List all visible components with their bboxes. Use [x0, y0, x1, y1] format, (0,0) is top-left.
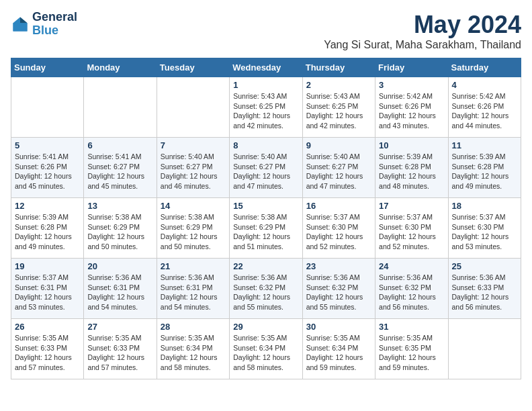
day-info: Sunrise: 5:43 AM Sunset: 6:25 PM Dayligh… [233, 91, 298, 131]
day-number: 19 [15, 261, 80, 271]
column-header-thursday: Thursday [302, 58, 375, 77]
calendar-cell: 31Sunrise: 5:35 AM Sunset: 6:35 PM Dayli… [375, 319, 448, 379]
day-info: Sunrise: 5:36 AM Sunset: 6:31 PM Dayligh… [161, 273, 226, 312]
calendar-cell: 26Sunrise: 5:35 AM Sunset: 6:33 PM Dayli… [11, 319, 84, 379]
calendar-cell: 28Sunrise: 5:35 AM Sunset: 6:34 PM Dayli… [157, 319, 229, 379]
title-block: May 2024 Yang Si Surat, Maha Sarakham, T… [324, 11, 521, 51]
day-number: 28 [161, 322, 226, 332]
day-info: Sunrise: 5:37 AM Sunset: 6:30 PM Dayligh… [452, 212, 517, 252]
day-number: 16 [306, 201, 371, 211]
day-info: Sunrise: 5:38 AM Sunset: 6:29 PM Dayligh… [87, 212, 152, 252]
day-number: 6 [87, 140, 152, 150]
calendar-cell [84, 77, 157, 138]
day-info: Sunrise: 5:35 AM Sunset: 6:33 PM Dayligh… [87, 333, 152, 373]
calendar-week-row: 12Sunrise: 5:39 AM Sunset: 6:28 PM Dayli… [11, 198, 521, 259]
page-header: General Blue May 2024 Yang Si Surat, Mah… [11, 11, 521, 51]
day-info: Sunrise: 5:37 AM Sunset: 6:30 PM Dayligh… [306, 212, 371, 252]
day-number: 23 [306, 261, 371, 271]
day-info: Sunrise: 5:40 AM Sunset: 6:27 PM Dayligh… [306, 152, 371, 191]
day-info: Sunrise: 5:35 AM Sunset: 6:34 PM Dayligh… [306, 333, 371, 373]
calendar-week-row: 19Sunrise: 5:37 AM Sunset: 6:31 PM Dayli… [11, 259, 521, 319]
calendar-header-row: SundayMondayTuesdayWednesdayThursdayFrid… [11, 58, 521, 77]
calendar-cell: 23Sunrise: 5:36 AM Sunset: 6:32 PM Dayli… [302, 259, 375, 319]
day-number: 13 [87, 201, 152, 211]
calendar-cell: 2Sunrise: 5:43 AM Sunset: 6:25 PM Daylig… [302, 77, 375, 138]
day-info: Sunrise: 5:35 AM Sunset: 6:34 PM Dayligh… [161, 333, 226, 373]
calendar-cell [448, 319, 521, 379]
day-number: 29 [233, 322, 298, 332]
calendar-cell: 22Sunrise: 5:36 AM Sunset: 6:32 PM Dayli… [230, 259, 302, 319]
calendar-cell: 16Sunrise: 5:37 AM Sunset: 6:30 PM Dayli… [302, 198, 375, 259]
day-number: 8 [233, 140, 298, 150]
calendar-cell: 24Sunrise: 5:36 AM Sunset: 6:32 PM Dayli… [375, 259, 448, 319]
day-info: Sunrise: 5:41 AM Sunset: 6:27 PM Dayligh… [87, 152, 152, 191]
day-number: 24 [379, 261, 444, 271]
day-number: 15 [233, 201, 298, 211]
day-info: Sunrise: 5:42 AM Sunset: 6:26 PM Dayligh… [452, 91, 517, 131]
day-number: 12 [15, 201, 80, 211]
column-header-sunday: Sunday [11, 58, 84, 77]
logo: General Blue [11, 11, 77, 38]
calendar-week-row: 26Sunrise: 5:35 AM Sunset: 6:33 PM Dayli… [11, 319, 521, 379]
day-info: Sunrise: 5:36 AM Sunset: 6:33 PM Dayligh… [452, 273, 517, 312]
calendar-cell: 27Sunrise: 5:35 AM Sunset: 6:33 PM Dayli… [84, 319, 157, 379]
calendar-cell: 29Sunrise: 5:35 AM Sunset: 6:34 PM Dayli… [230, 319, 302, 379]
day-number: 3 [379, 80, 444, 90]
day-info: Sunrise: 5:36 AM Sunset: 6:32 PM Dayligh… [306, 273, 371, 312]
day-info: Sunrise: 5:35 AM Sunset: 6:33 PM Dayligh… [15, 333, 80, 373]
day-info: Sunrise: 5:36 AM Sunset: 6:32 PM Dayligh… [379, 273, 444, 312]
day-info: Sunrise: 5:37 AM Sunset: 6:31 PM Dayligh… [15, 273, 80, 312]
day-number: 25 [452, 261, 517, 271]
svg-rect-2 [13, 23, 28, 31]
day-number: 4 [452, 80, 517, 90]
day-number: 9 [306, 140, 371, 150]
day-number: 11 [452, 140, 517, 150]
day-number: 27 [87, 322, 152, 332]
calendar-cell: 20Sunrise: 5:36 AM Sunset: 6:31 PM Dayli… [84, 259, 157, 319]
day-number: 7 [161, 140, 226, 150]
calendar-cell: 17Sunrise: 5:37 AM Sunset: 6:30 PM Dayli… [375, 198, 448, 259]
calendar-cell: 12Sunrise: 5:39 AM Sunset: 6:28 PM Dayli… [11, 198, 84, 259]
day-info: Sunrise: 5:39 AM Sunset: 6:28 PM Dayligh… [15, 212, 80, 252]
logo-icon [11, 15, 30, 34]
calendar-cell: 7Sunrise: 5:40 AM Sunset: 6:27 PM Daylig… [157, 138, 229, 198]
day-info: Sunrise: 5:40 AM Sunset: 6:27 PM Dayligh… [233, 152, 298, 191]
day-info: Sunrise: 5:35 AM Sunset: 6:35 PM Dayligh… [379, 333, 444, 373]
day-info: Sunrise: 5:35 AM Sunset: 6:34 PM Dayligh… [233, 333, 298, 373]
day-number: 5 [15, 140, 80, 150]
day-info: Sunrise: 5:36 AM Sunset: 6:31 PM Dayligh… [87, 273, 152, 312]
day-number: 20 [87, 261, 152, 271]
calendar-cell: 11Sunrise: 5:39 AM Sunset: 6:28 PM Dayli… [448, 138, 521, 198]
day-number: 17 [379, 201, 444, 211]
day-info: Sunrise: 5:39 AM Sunset: 6:28 PM Dayligh… [452, 152, 517, 191]
day-number: 21 [161, 261, 226, 271]
column-header-monday: Monday [84, 58, 157, 77]
day-info: Sunrise: 5:36 AM Sunset: 6:32 PM Dayligh… [233, 273, 298, 312]
calendar-cell: 18Sunrise: 5:37 AM Sunset: 6:30 PM Dayli… [448, 198, 521, 259]
day-info: Sunrise: 5:43 AM Sunset: 6:25 PM Dayligh… [306, 91, 371, 131]
logo-text: General Blue [32, 11, 77, 38]
calendar-cell: 13Sunrise: 5:38 AM Sunset: 6:29 PM Dayli… [84, 198, 157, 259]
day-number: 10 [379, 140, 444, 150]
day-number: 26 [15, 322, 80, 332]
calendar-cell: 4Sunrise: 5:42 AM Sunset: 6:26 PM Daylig… [448, 77, 521, 138]
day-number: 1 [233, 80, 298, 90]
calendar-cell: 9Sunrise: 5:40 AM Sunset: 6:27 PM Daylig… [302, 138, 375, 198]
calendar-cell [11, 77, 84, 138]
day-info: Sunrise: 5:42 AM Sunset: 6:26 PM Dayligh… [379, 91, 444, 131]
calendar-cell: 14Sunrise: 5:38 AM Sunset: 6:29 PM Dayli… [157, 198, 229, 259]
day-info: Sunrise: 5:41 AM Sunset: 6:26 PM Dayligh… [15, 152, 80, 191]
day-info: Sunrise: 5:39 AM Sunset: 6:28 PM Dayligh… [379, 152, 444, 191]
calendar-cell: 25Sunrise: 5:36 AM Sunset: 6:33 PM Dayli… [448, 259, 521, 319]
day-number: 30 [306, 322, 371, 332]
calendar-cell: 19Sunrise: 5:37 AM Sunset: 6:31 PM Dayli… [11, 259, 84, 319]
day-number: 18 [452, 201, 517, 211]
calendar-title: May 2024 [324, 11, 521, 39]
day-info: Sunrise: 5:38 AM Sunset: 6:29 PM Dayligh… [161, 212, 226, 252]
calendar-cell: 8Sunrise: 5:40 AM Sunset: 6:27 PM Daylig… [230, 138, 302, 198]
calendar-cell: 6Sunrise: 5:41 AM Sunset: 6:27 PM Daylig… [84, 138, 157, 198]
day-number: 14 [161, 201, 226, 211]
calendar-cell: 1Sunrise: 5:43 AM Sunset: 6:25 PM Daylig… [230, 77, 302, 138]
day-number: 31 [379, 322, 444, 332]
svg-marker-1 [20, 17, 28, 23]
